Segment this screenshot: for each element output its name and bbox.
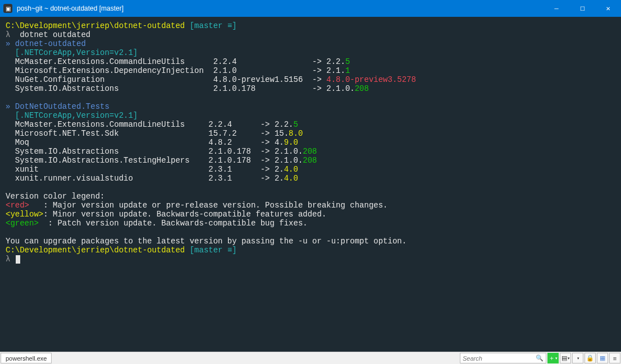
terminal-output[interactable]: C:\Development\jerriep\dotnet-outdated […: [0, 17, 621, 352]
app-icon: ▣: [3, 4, 12, 13]
toolbar-button-1[interactable]: ▤▾: [560, 353, 571, 363]
status-bar: powershell.exe 🔍 ＋▾ ▤▾ ▾ 🔒 ▦ ≡: [0, 352, 621, 364]
window-titlebar: ▣ posh~git ~ dotnet-outdated [master] ─ …: [0, 0, 621, 17]
search-box[interactable]: 🔍: [460, 353, 546, 363]
window-title: posh~git ~ dotnet-outdated [master]: [16, 4, 544, 12]
search-icon[interactable]: 🔍: [536, 354, 544, 362]
menu-button[interactable]: ≡: [609, 353, 620, 363]
toolbar-button-2[interactable]: ▾: [572, 353, 583, 363]
lock-icon[interactable]: 🔒: [585, 353, 596, 363]
statusbar-spacer: [52, 352, 459, 364]
maximize-button[interactable]: ☐: [569, 0, 595, 17]
close-button[interactable]: ✕: [595, 0, 621, 17]
shell-tab[interactable]: powershell.exe: [1, 353, 52, 363]
new-tab-button[interactable]: ＋▾: [547, 353, 559, 363]
search-input[interactable]: [463, 355, 536, 362]
minimize-button[interactable]: ─: [544, 0, 569, 17]
toolbar-button-3[interactable]: ▦: [597, 353, 608, 363]
